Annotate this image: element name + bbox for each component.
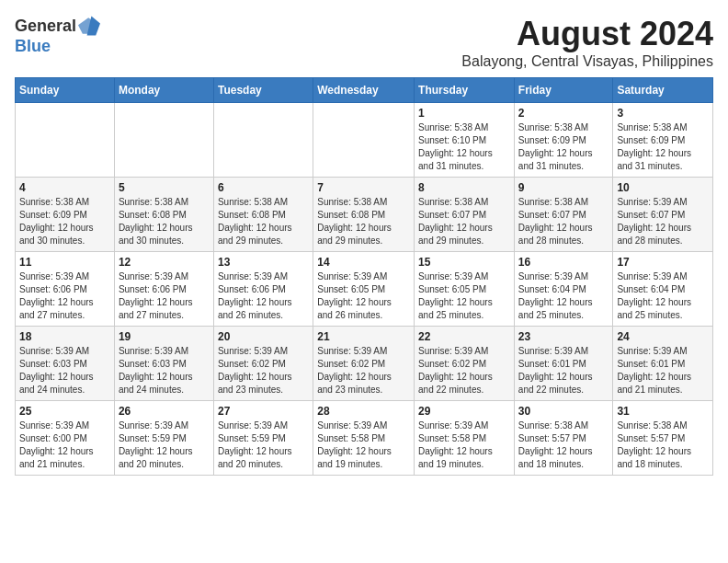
day-number: 3 [617, 107, 709, 120]
calendar-cell [213, 103, 313, 178]
day-info: Sunrise: 5:39 AM Sunset: 6:03 PM Dayligh… [19, 345, 110, 396]
day-info: Sunrise: 5:38 AM Sunset: 6:08 PM Dayligh… [317, 196, 410, 247]
day-info: Sunrise: 5:39 AM Sunset: 6:00 PM Dayligh… [19, 419, 110, 471]
day-number: 7 [317, 181, 410, 194]
day-info: Sunrise: 5:38 AM Sunset: 6:08 PM Dayligh… [218, 196, 309, 247]
logo-general-text: General [15, 17, 76, 36]
day-info: Sunrise: 5:39 AM Sunset: 6:07 PM Dayligh… [617, 196, 709, 247]
calendar-cell [114, 103, 213, 178]
calendar-cell: 6Sunrise: 5:38 AM Sunset: 6:08 PM Daylig… [213, 178, 313, 252]
day-info: Sunrise: 5:39 AM Sunset: 5:58 PM Dayligh… [317, 419, 410, 471]
day-number: 19 [119, 330, 210, 343]
calendar-cell: 2Sunrise: 5:38 AM Sunset: 6:09 PM Daylig… [514, 103, 613, 178]
header: General Blue August 2024 Balayong, Centr… [15, 15, 713, 70]
day-number: 13 [218, 256, 309, 269]
column-header-saturday: Saturday [613, 78, 713, 103]
day-number: 8 [418, 181, 510, 194]
day-info: Sunrise: 5:39 AM Sunset: 6:04 PM Dayligh… [617, 270, 709, 322]
column-header-friday: Friday [514, 78, 613, 103]
day-number: 28 [317, 405, 410, 418]
day-info: Sunrise: 5:38 AM Sunset: 6:09 PM Dayligh… [19, 196, 110, 247]
calendar-week-row: 4Sunrise: 5:38 AM Sunset: 6:09 PM Daylig… [16, 178, 713, 252]
day-number: 30 [518, 405, 609, 418]
calendar-cell: 1Sunrise: 5:38 AM Sunset: 6:10 PM Daylig… [415, 103, 515, 178]
column-header-monday: Monday [114, 78, 213, 103]
day-number: 12 [119, 256, 210, 269]
calendar-header-row: SundayMondayTuesdayWednesdayThursdayFrid… [16, 78, 713, 103]
day-number: 24 [617, 330, 709, 343]
calendar-cell: 24Sunrise: 5:39 AM Sunset: 6:01 PM Dayli… [613, 327, 713, 401]
calendar-cell: 28Sunrise: 5:39 AM Sunset: 5:58 PM Dayli… [313, 401, 415, 476]
calendar-cell: 20Sunrise: 5:39 AM Sunset: 6:02 PM Dayli… [213, 327, 313, 401]
calendar-cell [313, 103, 415, 178]
day-info: Sunrise: 5:39 AM Sunset: 6:05 PM Dayligh… [418, 270, 510, 322]
day-number: 14 [317, 256, 410, 269]
location-subtitle: Balayong, Central Visayas, Philippines [461, 53, 713, 70]
calendar-cell: 26Sunrise: 5:39 AM Sunset: 5:59 PM Dayli… [114, 401, 213, 476]
day-info: Sunrise: 5:39 AM Sunset: 6:06 PM Dayligh… [119, 270, 210, 322]
calendar-cell: 9Sunrise: 5:38 AM Sunset: 6:07 PM Daylig… [514, 178, 613, 252]
day-info: Sunrise: 5:38 AM Sunset: 5:57 PM Dayligh… [617, 419, 709, 471]
day-info: Sunrise: 5:39 AM Sunset: 5:59 PM Dayligh… [119, 419, 210, 471]
day-number: 22 [418, 330, 510, 343]
day-number: 1 [418, 107, 510, 120]
calendar-cell: 8Sunrise: 5:38 AM Sunset: 6:07 PM Daylig… [415, 178, 515, 252]
day-info: Sunrise: 5:39 AM Sunset: 6:02 PM Dayligh… [317, 345, 410, 396]
month-year-title: August 2024 [461, 15, 713, 53]
calendar-cell: 13Sunrise: 5:39 AM Sunset: 6:06 PM Dayli… [213, 252, 313, 327]
calendar-week-row: 11Sunrise: 5:39 AM Sunset: 6:06 PM Dayli… [16, 252, 713, 327]
calendar-cell: 4Sunrise: 5:38 AM Sunset: 6:09 PM Daylig… [16, 178, 115, 252]
day-info: Sunrise: 5:38 AM Sunset: 5:57 PM Dayligh… [518, 419, 609, 471]
day-info: Sunrise: 5:39 AM Sunset: 6:03 PM Dayligh… [119, 345, 210, 396]
day-info: Sunrise: 5:39 AM Sunset: 6:06 PM Dayligh… [218, 270, 309, 322]
day-number: 10 [617, 181, 709, 194]
day-info: Sunrise: 5:39 AM Sunset: 6:01 PM Dayligh… [617, 345, 709, 396]
calendar-cell: 27Sunrise: 5:39 AM Sunset: 5:59 PM Dayli… [213, 401, 313, 476]
logo-blue-text: Blue [15, 37, 51, 56]
day-number: 17 [617, 256, 709, 269]
calendar-cell [16, 103, 115, 178]
calendar-cell: 15Sunrise: 5:39 AM Sunset: 6:05 PM Dayli… [415, 252, 515, 327]
day-info: Sunrise: 5:39 AM Sunset: 5:58 PM Dayligh… [418, 419, 510, 471]
calendar-cell: 7Sunrise: 5:38 AM Sunset: 6:08 PM Daylig… [313, 178, 415, 252]
day-info: Sunrise: 5:39 AM Sunset: 6:04 PM Dayligh… [518, 270, 609, 322]
day-number: 23 [518, 330, 609, 343]
calendar-cell: 14Sunrise: 5:39 AM Sunset: 6:05 PM Dayli… [313, 252, 415, 327]
day-number: 9 [518, 181, 609, 194]
calendar-cell: 11Sunrise: 5:39 AM Sunset: 6:06 PM Dayli… [16, 252, 115, 327]
day-info: Sunrise: 5:39 AM Sunset: 5:59 PM Dayligh… [218, 419, 309, 471]
calendar-cell: 3Sunrise: 5:38 AM Sunset: 6:09 PM Daylig… [613, 103, 713, 178]
day-info: Sunrise: 5:39 AM Sunset: 6:02 PM Dayligh… [418, 345, 510, 396]
logo-icon [78, 15, 100, 37]
day-number: 18 [19, 330, 110, 343]
column-header-sunday: Sunday [16, 78, 115, 103]
calendar-cell: 10Sunrise: 5:39 AM Sunset: 6:07 PM Dayli… [613, 178, 713, 252]
day-info: Sunrise: 5:38 AM Sunset: 6:09 PM Dayligh… [617, 121, 709, 173]
day-number: 6 [218, 181, 309, 194]
calendar-cell: 29Sunrise: 5:39 AM Sunset: 5:58 PM Dayli… [415, 401, 515, 476]
day-number: 11 [19, 256, 110, 269]
calendar-cell: 16Sunrise: 5:39 AM Sunset: 6:04 PM Dayli… [514, 252, 613, 327]
logo: General Blue [15, 15, 100, 56]
calendar-cell: 18Sunrise: 5:39 AM Sunset: 6:03 PM Dayli… [16, 327, 115, 401]
calendar-week-row: 1Sunrise: 5:38 AM Sunset: 6:10 PM Daylig… [16, 103, 713, 178]
calendar-cell: 25Sunrise: 5:39 AM Sunset: 6:00 PM Dayli… [16, 401, 115, 476]
calendar-week-row: 25Sunrise: 5:39 AM Sunset: 6:00 PM Dayli… [16, 401, 713, 476]
day-number: 15 [418, 256, 510, 269]
day-number: 16 [518, 256, 609, 269]
day-number: 25 [19, 405, 110, 418]
day-info: Sunrise: 5:38 AM Sunset: 6:10 PM Dayligh… [418, 121, 510, 173]
calendar-cell: 17Sunrise: 5:39 AM Sunset: 6:04 PM Dayli… [613, 252, 713, 327]
title-section: August 2024 Balayong, Central Visayas, P… [461, 15, 713, 70]
calendar-cell: 12Sunrise: 5:39 AM Sunset: 6:06 PM Dayli… [114, 252, 213, 327]
day-number: 5 [119, 181, 210, 194]
day-info: Sunrise: 5:38 AM Sunset: 6:09 PM Dayligh… [518, 121, 609, 173]
calendar-cell: 5Sunrise: 5:38 AM Sunset: 6:08 PM Daylig… [114, 178, 213, 252]
column-header-wednesday: Wednesday [313, 78, 415, 103]
day-number: 29 [418, 405, 510, 418]
calendar-cell: 22Sunrise: 5:39 AM Sunset: 6:02 PM Dayli… [415, 327, 515, 401]
day-info: Sunrise: 5:39 AM Sunset: 6:06 PM Dayligh… [19, 270, 110, 322]
calendar-week-row: 18Sunrise: 5:39 AM Sunset: 6:03 PM Dayli… [16, 327, 713, 401]
calendar-body: 1Sunrise: 5:38 AM Sunset: 6:10 PM Daylig… [16, 103, 713, 476]
day-number: 26 [119, 405, 210, 418]
